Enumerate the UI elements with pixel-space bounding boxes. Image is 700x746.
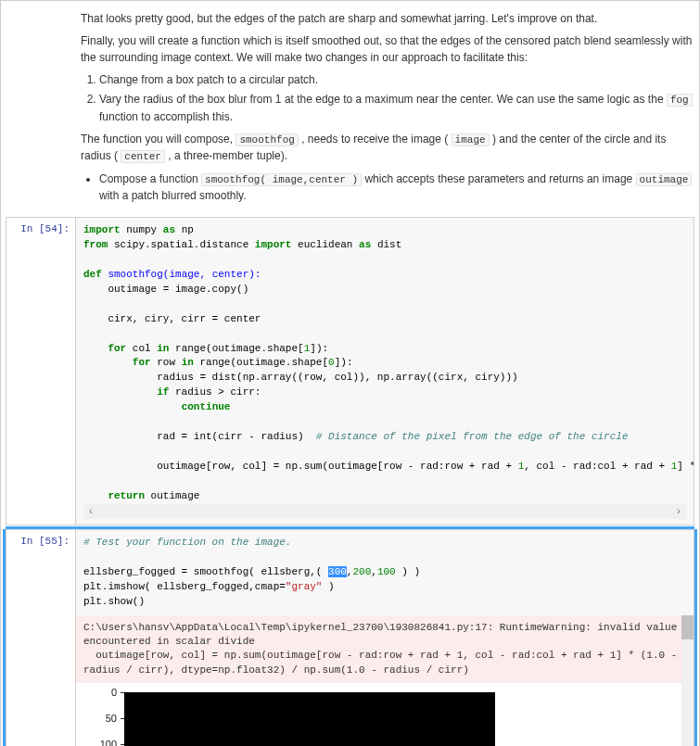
code-input-54[interactable]: import numpy as np from scipy.spatial.di… bbox=[75, 218, 694, 525]
ytick-0: 0 bbox=[83, 687, 117, 698]
scroll-right-icon[interactable]: › bbox=[671, 504, 686, 519]
matplotlib-figure: 0 50 100 150 200 250 300 350 bbox=[83, 687, 584, 746]
tickmark bbox=[121, 744, 124, 745]
code-image: image bbox=[452, 133, 490, 146]
output-vertical-scrollbar[interactable]: ▾ bbox=[681, 615, 694, 747]
code-cell-54[interactable]: In [54]: import numpy as np from scipy.s… bbox=[6, 217, 694, 525]
tickmark bbox=[121, 718, 124, 719]
markdown-cell-intro: That looks pretty good, but the edges of… bbox=[1, 1, 699, 213]
list-item-2: Vary the radius of the box blur from 1 a… bbox=[99, 91, 694, 125]
source-code-54[interactable]: import numpy as np from scipy.spatial.di… bbox=[83, 223, 686, 504]
plot-image-area bbox=[124, 692, 495, 746]
scroll-thumb[interactable] bbox=[681, 615, 694, 639]
intro-para-2: Finally, you will create a function whic… bbox=[81, 32, 694, 66]
ytick-100: 100 bbox=[83, 739, 117, 746]
code-smoothfog: smoothfog bbox=[235, 133, 298, 146]
intro-para-3: The function you will compose, smoothfog… bbox=[81, 131, 694, 165]
runtime-warning: C:\Users\hansv\AppData\Local\Temp\ipyker… bbox=[76, 615, 694, 684]
horizontal-scrollbar[interactable]: ‹ › bbox=[83, 504, 686, 519]
intro-bullets: Compose a function smoothfog( image,cent… bbox=[99, 171, 694, 205]
code-call: smoothfog( image,center ) bbox=[201, 173, 362, 186]
bullet-compose: Compose a function smoothfog( image,cent… bbox=[99, 171, 694, 205]
code-outimage: outimage bbox=[636, 173, 693, 186]
code-input-55[interactable]: # Test your function on the image. ellsb… bbox=[75, 530, 694, 746]
source-code-55[interactable]: # Test your function on the image. ellsb… bbox=[76, 530, 694, 615]
intro-ordered-list: Change from a box patch to a circular pa… bbox=[99, 71, 694, 125]
scroll-left-icon[interactable]: ‹ bbox=[83, 504, 98, 519]
code-center: center bbox=[121, 150, 165, 163]
tickmark bbox=[121, 692, 124, 693]
code-cell-55[interactable]: In [55]: # Test your function on the ima… bbox=[6, 529, 694, 746]
input-prompt-55: In [55]: bbox=[6, 530, 75, 746]
scroll-track[interactable] bbox=[98, 504, 671, 519]
code-fog: fog bbox=[667, 94, 693, 107]
notebook-frame: That looks pretty good, but the edges of… bbox=[0, 0, 700, 746]
list-item-1: Change from a box patch to a circular pa… bbox=[99, 71, 694, 88]
plot-output: 0 50 100 150 200 250 300 350 bbox=[76, 683, 694, 746]
ytick-50: 50 bbox=[83, 713, 117, 724]
input-prompt-54: In [54]: bbox=[6, 218, 75, 525]
intro-para-1: That looks pretty good, but the edges of… bbox=[81, 10, 694, 27]
